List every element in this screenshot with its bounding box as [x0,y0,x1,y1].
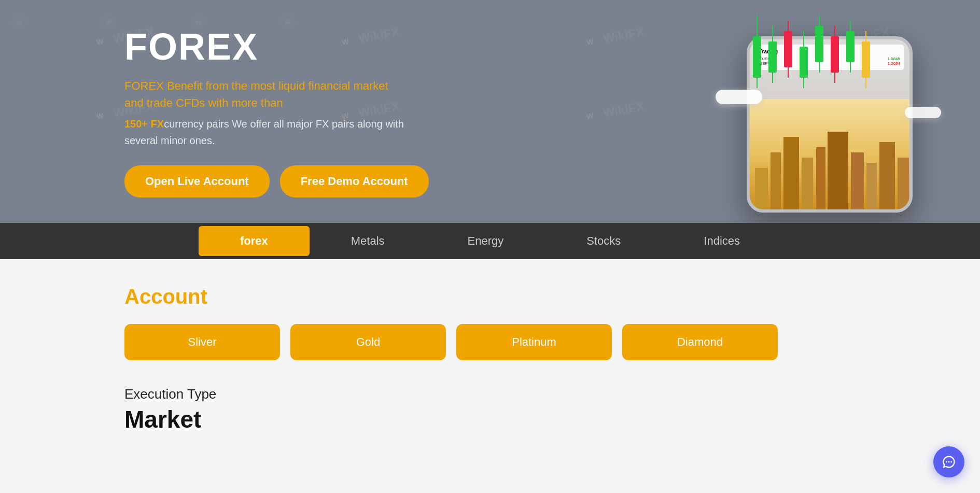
free-demo-account-button[interactable]: Free Demo Account [280,165,429,198]
svg-rect-17 [753,36,761,78]
hero-desc: 150+ FXcurrency pairs We offer all major… [124,116,410,149]
hero-image: Trading EURUSD1.0845 GBPUSD1.2634 [721,16,939,213]
hero-section: W WikiFX W WikiFX W WikiFX W WikiFX W Wi… [0,0,980,223]
svg-rect-38 [851,152,864,209]
svg-rect-35 [802,158,813,209]
account-section-title: Account [124,285,856,308]
execution-type-value: Market [124,405,856,433]
open-live-account-button[interactable]: Open Live Account [124,165,270,198]
tab-indices[interactable]: Indices [662,226,781,256]
svg-rect-21 [784,31,792,67]
svg-rect-23 [800,47,808,78]
svg-rect-19 [768,41,777,73]
tab-stocks[interactable]: Stocks [545,226,662,256]
execution-type-label: Execution Type [124,386,856,402]
svg-rect-32 [755,168,768,209]
hero-desc-rest: currency pairs We offer all major FX pai… [124,118,404,146]
tab-metals[interactable]: Metals [310,226,426,256]
tab-energy[interactable]: Energy [426,226,545,256]
svg-rect-39 [866,163,877,209]
account-type-platinum[interactable]: Platinum [456,324,612,360]
hero-subtitle: FOREX Benefit from the most liquid finan… [124,77,410,111]
chat-button[interactable] [933,446,964,477]
svg-rect-25 [815,26,823,62]
main-content: W WikiFX W WikiFX W WikiFX W WikiFX Acco… [0,259,980,459]
cloud-decoration [716,90,762,104]
tab-forex[interactable]: forex [199,226,310,256]
svg-point-50 [946,461,947,463]
account-type-gold[interactable]: Gold [290,324,446,360]
execution-section: Execution Type Market [124,386,856,433]
chat-icon [942,455,956,469]
svg-rect-27 [831,36,839,73]
tab-bar: forex Metals Energy Stocks Indices [0,223,980,259]
account-type-buttons: Sliver Gold Platinum Diamond [124,324,856,360]
svg-rect-37 [828,132,848,209]
account-type-diamond[interactable]: Diamond [622,324,778,360]
svg-rect-36 [816,147,825,209]
svg-rect-31 [862,41,870,78]
account-type-sliver[interactable]: Sliver [124,324,280,360]
cloud-decoration-2 [905,107,941,118]
svg-rect-33 [771,152,781,209]
svg-rect-34 [783,137,799,209]
svg-point-52 [950,461,952,463]
svg-rect-29 [846,31,855,62]
svg-rect-40 [879,142,895,209]
svg-point-51 [948,461,950,463]
phone-mockup: Trading EURUSD1.0845 GBPUSD1.2634 [721,16,939,213]
svg-rect-41 [898,158,909,209]
hero-highlight: 150+ FX [124,118,164,130]
